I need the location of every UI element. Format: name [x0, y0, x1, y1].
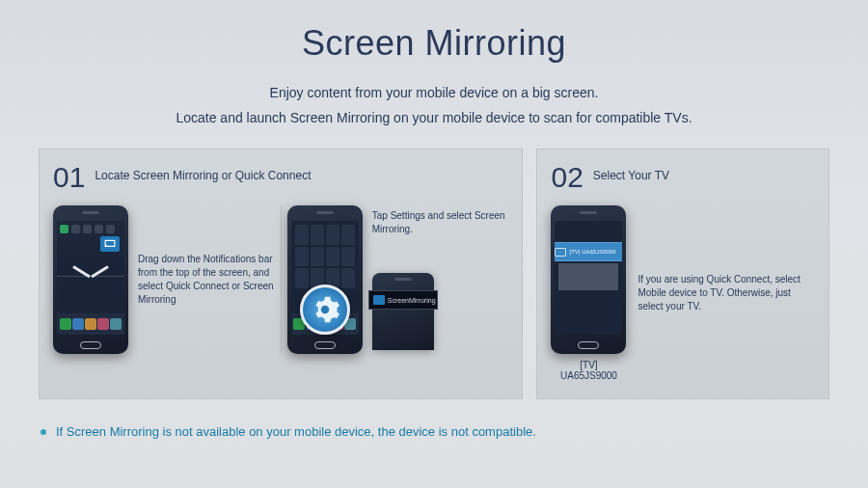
phone-speaker-icon — [82, 211, 99, 214]
app-icon — [311, 247, 324, 267]
toggle-icon — [71, 225, 80, 233]
tv-selection-item[interactable]: [TV] UA65JS9000 — [555, 242, 622, 261]
phone-speaker-icon — [580, 211, 597, 214]
step-01: 01 Locate Screen Mirroring or Quick Conn… — [39, 149, 523, 399]
settings-gear-icon — [300, 285, 350, 335]
wifi-toggle-icon — [60, 225, 68, 233]
app-icon — [341, 225, 355, 245]
app-icon — [326, 247, 339, 267]
divider — [281, 205, 282, 354]
app-icon — [97, 318, 109, 330]
home-button-icon — [80, 341, 101, 349]
app-icon — [60, 318, 71, 330]
app-icon — [295, 225, 309, 245]
phone-dock — [57, 313, 124, 335]
screen-mirroring-setting: ScreenMirroring — [368, 290, 438, 310]
footer-note: If Screen Mirroring is not available on … — [41, 424, 868, 439]
home-button-icon — [578, 341, 599, 349]
tv-icon — [555, 248, 566, 257]
page-title: Screen Mirroring — [0, 23, 868, 64]
bullet-icon — [41, 429, 46, 435]
home-button-icon — [314, 341, 336, 349]
step-02-header: 02 Select Your TV — [551, 161, 815, 194]
app-icon — [341, 247, 355, 267]
phone-speaker-icon — [394, 278, 412, 281]
step-02-number: 02 — [551, 161, 583, 194]
step-02-description: If you are using Quick Connect, select M… — [637, 273, 815, 313]
phone-3-screen: [TV] UA65JS9000 — [555, 221, 622, 335]
app-icon — [110, 318, 122, 330]
toggle-icon — [83, 225, 92, 233]
toggle-icon — [106, 225, 115, 233]
cast-icon — [100, 236, 120, 252]
app-icon — [295, 247, 309, 267]
phone-illustration-1 — [53, 205, 128, 354]
step-01-label: Locate Screen Mirroring or Quick Connect — [95, 161, 311, 182]
quick-toggles — [57, 221, 124, 237]
drag-down-chevron-icon — [73, 265, 108, 275]
mini-phone-illustration: ScreenMirroring — [372, 273, 434, 350]
step-01-left-description: Drag down the Notifications bar from the… — [138, 253, 275, 307]
phone-illustration-3: [TV] UA65JS9000 — [551, 205, 626, 354]
svg-point-1 — [321, 306, 330, 314]
footer-text: If Screen Mirroring is not available on … — [56, 424, 536, 439]
step-02: 02 Select Your TV [TV] UA65JS9000 [TV] — [536, 149, 829, 399]
step-01-right-description: Tap Settings and select Screen Mirroring… — [372, 209, 509, 236]
step-01-left: Drag down the Notifications bar from the… — [53, 205, 275, 354]
subtitle-line-1: Enjoy content from your mobile device on… — [0, 85, 868, 100]
step-02-label: Select Your TV — [593, 161, 669, 182]
phone-3-wrapper: [TV] UA65JS9000 [TV] UA65JS9000 — [551, 205, 626, 381]
app-icon — [311, 225, 324, 245]
step-01-number: 01 — [53, 161, 85, 194]
step-01-header: 01 Locate Screen Mirroring or Quick Conn… — [53, 161, 508, 194]
steps-row: 01 Locate Screen Mirroring or Quick Conn… — [39, 149, 829, 399]
step-01-content: Drag down the Notifications bar from the… — [53, 205, 508, 354]
app-icon — [85, 318, 96, 330]
app-icon — [72, 318, 84, 330]
app-icon — [326, 225, 339, 245]
tv-selection-text: [TV] UA65JS9000 — [569, 249, 615, 255]
phone-1-screen — [57, 221, 124, 335]
phone-speaker-icon — [316, 211, 334, 214]
scan-area — [558, 263, 618, 290]
app-icon — [341, 268, 355, 288]
subtitle-line-2: Locate and launch Screen Mirroring on yo… — [0, 110, 868, 125]
screen-mirroring-label: ScreenMirroring — [388, 297, 436, 304]
tv-caption: [TV] UA65JS9000 — [551, 360, 626, 381]
app-icon — [295, 268, 309, 288]
step-02-content: [TV] UA65JS9000 [TV] UA65JS9000 If you a… — [551, 205, 815, 381]
cast-icon — [373, 295, 385, 305]
toggle-icon — [95, 225, 103, 233]
